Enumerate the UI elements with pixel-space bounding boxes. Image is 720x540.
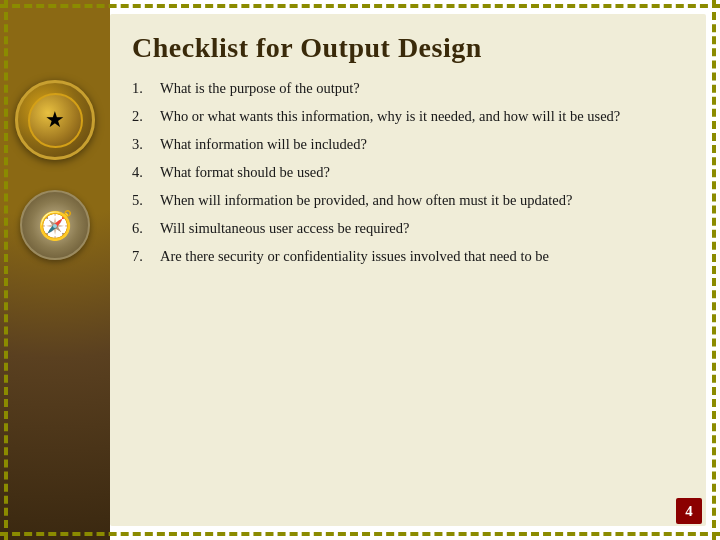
item-text-6: Will simultaneous user access be require… xyxy=(160,218,684,239)
item-number-2: 2. xyxy=(132,106,160,127)
border-bottom xyxy=(0,528,720,536)
star-icon: ★ xyxy=(45,107,65,133)
item-text-2: Who or what wants this information, why … xyxy=(160,106,684,127)
list-item: 1. What is the purpose of the output? xyxy=(132,78,684,99)
item-number-5: 5. xyxy=(132,190,160,211)
item-text-4: What format should be used? xyxy=(160,162,684,183)
item-number-6: 6. xyxy=(132,218,160,239)
compass-icon: 🧭 xyxy=(38,209,73,242)
medal-inner: ★ xyxy=(28,93,83,148)
list-item: 7. Are there security or confidentiality… xyxy=(132,246,684,267)
list-item: 6. Will simultaneous user access be requ… xyxy=(132,218,684,239)
list-item: 5. When will information be provided, an… xyxy=(132,190,684,211)
item-number-3: 3. xyxy=(132,134,160,155)
slide-number-badge: 4 xyxy=(676,498,702,524)
item-number-1: 1. xyxy=(132,78,160,99)
border-left xyxy=(4,0,12,540)
item-text-5: When will information be provided, and h… xyxy=(160,190,684,211)
item-number-4: 4. xyxy=(132,162,160,183)
item-text-7: Are there security or confidentiality is… xyxy=(160,246,684,267)
list-item: 4. What format should be used? xyxy=(132,162,684,183)
item-text-1: What is the purpose of the output? xyxy=(160,78,684,99)
medal-decoration: ★ xyxy=(15,80,95,160)
main-content-area: Checklist for Output Design 1. What is t… xyxy=(110,14,706,526)
border-right xyxy=(708,0,716,540)
list-item: 3. What information will be included? xyxy=(132,134,684,155)
slide-title: Checklist for Output Design xyxy=(132,32,684,64)
checklist: 1. What is the purpose of the output? 2.… xyxy=(132,78,684,267)
item-text-3: What information will be included? xyxy=(160,134,684,155)
border-top xyxy=(0,4,720,12)
item-number-7: 7. xyxy=(132,246,160,267)
compass-decoration: 🧭 xyxy=(20,190,90,260)
left-decorative-panel: ★ 🧭 xyxy=(0,0,110,540)
list-item: 2. Who or what wants this information, w… xyxy=(132,106,684,127)
